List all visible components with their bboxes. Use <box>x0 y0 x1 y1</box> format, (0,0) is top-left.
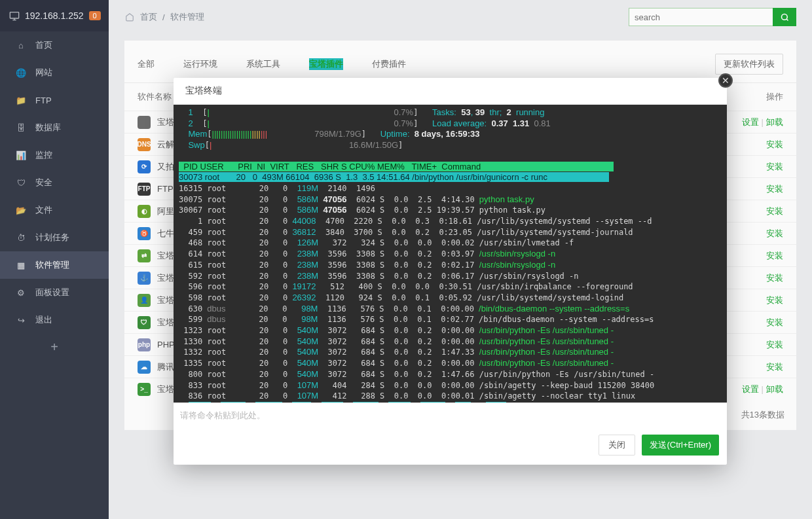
terminal-modal: 宝塔终端 ✕ 1 [| 0.7%] Tasks: 53, 39 thr; 2 r… <box>174 78 727 465</box>
terminal-output: 1 [| 0.7%] Tasks: 53, 39 thr; 2 running … <box>174 105 727 403</box>
send-button[interactable]: 发送(Ctrl+Enter) <box>642 435 719 456</box>
modal-close-button[interactable]: 关闭 <box>599 435 635 456</box>
modal-title: 宝塔终端 <box>185 85 222 97</box>
command-input[interactable]: 请将命令粘贴到此处。 <box>174 403 727 428</box>
close-icon[interactable]: ✕ <box>718 73 733 88</box>
